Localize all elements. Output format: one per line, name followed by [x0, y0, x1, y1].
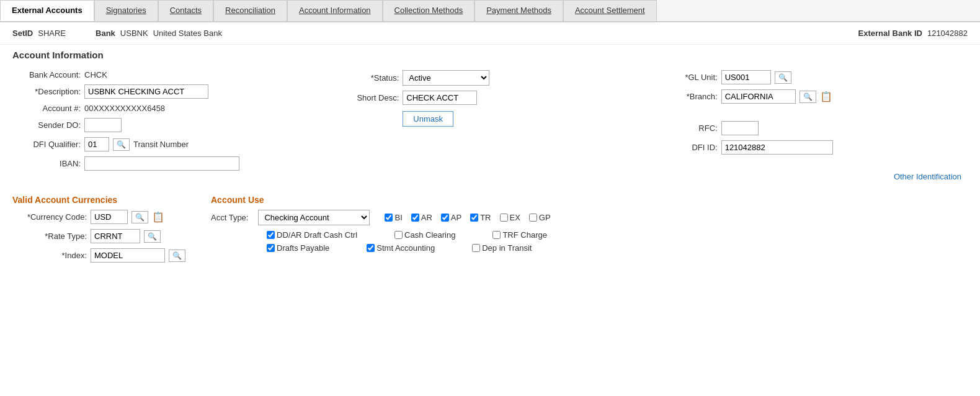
index-search-button[interactable]: 🔍: [169, 250, 185, 262]
tab-payment-methods[interactable]: Payment Methods: [474, 0, 563, 21]
cash-clearing-label: Cash Clearing: [404, 230, 455, 240]
sender-do-input[interactable]: [84, 118, 122, 132]
tab-contacts[interactable]: Contacts: [158, 0, 213, 21]
ar-checkbox[interactable]: [411, 214, 419, 222]
tab-bar: External Accounts Signatories Contacts R…: [0, 0, 980, 22]
acct-type-select[interactable]: Checking Account Savings Account: [258, 210, 370, 225]
dep-in-transit-checkbox[interactable]: [472, 244, 480, 252]
other-identification-link[interactable]: Other Identification: [894, 172, 961, 181]
dfi-qualifier-search-button[interactable]: 🔍: [113, 138, 130, 151]
bi-checkbox[interactable]: [385, 214, 393, 222]
account-num-label: Account #:: [12, 104, 81, 113]
stmt-accounting-label: Stmt Accounting: [376, 243, 435, 253]
tab-reconciliation[interactable]: Reconciliation: [213, 0, 287, 21]
ext-bank-id-label: External Bank ID: [858, 29, 922, 38]
tr-checkbox-item: TR: [470, 213, 491, 222]
gl-unit-input[interactable]: [721, 70, 771, 84]
gl-unit-row: *GL Unit: 🔍: [649, 70, 955, 84]
bank-name: United States Bank: [153, 29, 222, 38]
section-title: Account Information: [0, 45, 980, 63]
dd-ar-label: DD/AR Draft Cash Ctrl: [277, 230, 357, 240]
dfi-qualifier-desc: Transit Number: [133, 140, 189, 149]
currency-code-input[interactable]: [91, 210, 128, 224]
bottom-sections: Valid Account Currencies *Currency Code:…: [0, 190, 980, 272]
bi-label: BI: [394, 213, 402, 222]
cash-clearing-checkbox[interactable]: [394, 231, 403, 239]
branch-label: *Branch:: [649, 92, 718, 101]
tab-external-accounts[interactable]: External Accounts: [0, 0, 94, 21]
status-label: *Status:: [331, 73, 399, 83]
tab-account-information[interactable]: Account Information: [287, 0, 383, 21]
description-input[interactable]: [84, 84, 208, 99]
tab-account-settlement[interactable]: Account Settlement: [563, 0, 657, 21]
bank-code: USBNK: [120, 29, 148, 38]
stmt-accounting-checkbox[interactable]: [367, 244, 375, 252]
iban-label: IBAN:: [12, 159, 81, 168]
index-label: *Index:: [12, 251, 87, 260]
rate-type-search-button[interactable]: 🔍: [144, 230, 161, 243]
info-bar: SetID SHARE Bank USBNK United States Ban…: [0, 22, 980, 45]
branch-row: *Branch: 🔍 📋: [649, 89, 955, 104]
setid-label: SetID: [12, 29, 33, 38]
ar-label: AR: [421, 213, 432, 222]
short-desc-input[interactable]: [403, 91, 477, 105]
setid-value: SHARE: [38, 29, 66, 38]
valid-currencies-title: Valid Account Currencies: [12, 195, 186, 205]
rate-type-input[interactable]: [91, 229, 140, 243]
drafts-payable-checkbox[interactable]: [267, 244, 275, 252]
tab-signatories[interactable]: Signatories: [94, 0, 158, 21]
dfi-id-label: DFI ID:: [649, 143, 718, 152]
trf-charge-label: TRF Charge: [502, 230, 547, 240]
iban-input[interactable]: [84, 156, 239, 171]
account-use-title: Account Use: [211, 195, 968, 205]
sender-do-label: Sender DO:: [12, 120, 81, 130]
ar-checkbox-item: AR: [411, 213, 432, 222]
gp-checkbox[interactable]: [529, 214, 537, 222]
branch-input[interactable]: [721, 89, 796, 104]
ex-checkbox-item: EX: [500, 213, 520, 222]
notes-icon[interactable]: 📋: [820, 91, 832, 102]
unmask-button[interactable]: Unmask: [403, 111, 453, 127]
trf-charge-checkbox-item: TRF Charge: [492, 230, 547, 240]
tab-collection-methods[interactable]: Collection Methods: [383, 0, 475, 21]
rfc-input[interactable]: [721, 121, 759, 135]
cash-clearing-checkbox-item: Cash Clearing: [394, 230, 455, 240]
description-label: *Description:: [12, 87, 81, 96]
dd-ar-checkbox[interactable]: [267, 231, 275, 239]
index-input[interactable]: [91, 248, 165, 263]
ap-label: AP: [451, 213, 461, 222]
gp-label: GP: [539, 213, 551, 222]
stmt-accounting-checkbox-item: Stmt Accounting: [367, 243, 435, 253]
form-grid: Bank Account: CHCK *Description: Account…: [12, 68, 968, 178]
currency-notes-icon[interactable]: 📋: [152, 211, 164, 223]
dfi-id-input[interactable]: [721, 140, 833, 155]
currency-code-search-button[interactable]: 🔍: [131, 211, 148, 223]
form-content: Bank Account: CHCK *Description: Account…: [0, 63, 980, 190]
bank-account-value: CHCK: [84, 70, 107, 79]
ext-bank-id-value: 121042882: [927, 29, 968, 38]
gl-unit-search-button[interactable]: 🔍: [775, 71, 791, 84]
ex-checkbox[interactable]: [500, 214, 508, 222]
bank-account-label: Bank Account:: [12, 70, 81, 79]
left-column: Bank Account: CHCK *Description: Account…: [12, 68, 331, 178]
status-select[interactable]: Active Inactive: [403, 70, 489, 86]
right-column: *GL Unit: 🔍 *Branch: 🔍 📋 RFC: DFI ID:: [649, 68, 968, 178]
ap-checkbox[interactable]: [441, 214, 449, 222]
dep-in-transit-label: Dep in Transit: [482, 243, 532, 253]
valid-currencies-section: Valid Account Currencies *Currency Code:…: [12, 195, 186, 268]
drafts-payable-checkbox-item: Drafts Payable: [267, 243, 329, 253]
currency-code-row: *Currency Code: 🔍 📋: [12, 210, 186, 224]
description-row: *Description:: [12, 84, 318, 99]
drafts-payable-label: Drafts Payable: [277, 243, 329, 253]
dfi-id-row: DFI ID:: [649, 140, 955, 155]
dfi-qualifier-input[interactable]: [84, 137, 109, 151]
rfc-row: RFC:: [649, 121, 955, 135]
index-row: *Index: 🔍: [12, 248, 186, 263]
acct-type-label: Acct Type:: [211, 213, 248, 222]
gp-checkbox-item: GP: [529, 213, 551, 222]
iban-row: IBAN:: [12, 156, 318, 171]
trf-charge-checkbox[interactable]: [492, 231, 501, 239]
branch-search-button[interactable]: 🔍: [800, 91, 816, 103]
gl-unit-label: *GL Unit:: [649, 73, 718, 82]
tr-checkbox[interactable]: [470, 214, 478, 222]
